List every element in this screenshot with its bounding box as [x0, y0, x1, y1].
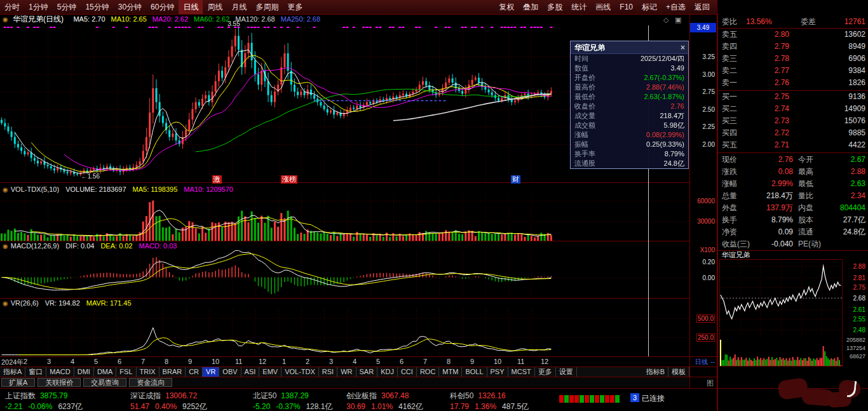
menu-item[interactable]: 标记	[637, 0, 661, 15]
indicator-tab[interactable]: WR	[337, 367, 356, 377]
heat-cell	[559, 395, 564, 403]
index-quote[interactable]: 创业板指3067.4830.691.01%4162亿	[346, 391, 429, 411]
popup-row: 开盘价2.67(-0.37%)	[571, 73, 688, 83]
bid-volume: 15076	[815, 115, 865, 127]
heat-cell	[585, 395, 589, 403]
menu-item[interactable]: 叠加	[519, 0, 543, 15]
ask-volume: 8949	[815, 41, 865, 53]
indicator-tab[interactable]: 指标A	[0, 367, 25, 377]
indicator-tab[interactable]: CCI	[398, 367, 417, 377]
quote-row[interactable]: 委比13.56%委差12761	[719, 16, 867, 28]
menu-item[interactable]: 5分钟	[53, 0, 81, 15]
volume-chart-canvas[interactable]	[0, 196, 689, 241]
axis-tick: 日线	[695, 358, 708, 365]
indicator-tab[interactable]: ASI	[241, 367, 260, 377]
menu-item[interactable]: 月线	[227, 0, 251, 15]
index-quote[interactable]: 北证501387.29-5.20-0.37%128.1亿	[253, 391, 338, 411]
quote-row[interactable]: 卖四2.798949	[719, 41, 867, 53]
quote-row[interactable]: 收益(三)-0.040PE(动)	[719, 238, 867, 250]
indicator-tab[interactable]: 窗口	[25, 367, 46, 377]
menu-item[interactable]: F10	[615, 1, 637, 13]
quote-row[interactable]: 现价2.76今开2.67	[719, 154, 867, 166]
quote-row[interactable]: 买四2.729885	[719, 127, 867, 139]
indicator-tab[interactable]: MCST	[508, 367, 535, 377]
indicator-tab[interactable]: SAR	[356, 367, 378, 377]
indicator-tab[interactable]: VOL-TDX	[281, 367, 319, 377]
menu-item[interactable]: +自选	[661, 0, 690, 15]
indicator-tab[interactable]: ROC	[417, 367, 439, 377]
event-marker[interactable]: 涨榜	[281, 175, 297, 184]
indicator-tab[interactable]: CR	[186, 367, 203, 377]
quote-row[interactable]: 涨跌0.08最高2.88	[719, 166, 867, 178]
quote-row[interactable]: 外盘137.9万内盘804404	[719, 202, 867, 214]
menu-item[interactable]: 30分钟	[114, 0, 146, 15]
quote-row[interactable]: 卖三2.786906	[719, 53, 867, 65]
menu-item[interactable]: 日线	[179, 0, 203, 15]
quote-row[interactable]: 买三2.7315076	[719, 115, 867, 127]
price-axis-column: 3.253.002.752.502.252.006000030000X1000.…	[690, 14, 717, 389]
indicator-tab[interactable]: RSI	[319, 367, 337, 377]
indicator-tab[interactable]: OBV	[219, 367, 241, 377]
index-quote[interactable]: 科创501326.1617.791.36%487.5亿	[450, 391, 534, 411]
menu-item[interactable]: 更多	[283, 0, 307, 15]
indicator-tab[interactable]: TRIX	[137, 367, 159, 377]
mini-chart-canvas[interactable]	[720, 260, 842, 366]
indicator-tab[interactable]: MACD	[46, 367, 74, 377]
indicator-tab-right[interactable]: 指标B	[643, 367, 668, 377]
indicator-tab[interactable]: 设置	[556, 367, 577, 377]
quote-row[interactable]: 卖一2.761826	[719, 77, 867, 89]
indicator-tab[interactable]: PSY	[487, 367, 508, 377]
index-quote[interactable]: 上证指数3875.79-2.21-0.06%6237亿	[5, 391, 88, 411]
indicator-tab[interactable]: VR	[203, 367, 219, 377]
indicator-tab[interactable]: DMI	[74, 367, 94, 377]
quote-row[interactable]: 买二2.7414909	[719, 103, 867, 115]
snapshot-icon[interactable]: ▣	[675, 16, 681, 24]
indicator-tab[interactable]: MTM	[439, 367, 462, 377]
indicator-tab[interactable]: KDJ	[377, 367, 398, 377]
indicator-tab[interactable]: FSL	[116, 367, 136, 377]
indicator-tab[interactable]: BOLL	[462, 367, 487, 377]
heat-cell	[610, 395, 614, 403]
popup-row-value: 2.76	[671, 102, 684, 111]
menu-item[interactable]: 分时	[0, 0, 24, 15]
menu-item[interactable]: 复权	[494, 0, 519, 15]
menu-item[interactable]: 统计	[567, 0, 591, 15]
axis-tick: 2.50	[703, 106, 715, 113]
quote-row[interactable]: 净资0.09流通24.8亿	[719, 226, 867, 238]
event-marker[interactable]: 财	[511, 175, 520, 184]
menu-item[interactable]: 周线	[203, 0, 227, 15]
indicator-tab-right[interactable]: 模板	[668, 367, 689, 377]
bid-price: 2.73	[745, 115, 789, 127]
index-amount: 6237亿	[58, 402, 83, 411]
quote-row[interactable]: 涨幅2.99%最低2.63	[719, 178, 867, 190]
menu-item[interactable]: 1分钟	[24, 0, 53, 15]
menu-item[interactable]: 多股	[543, 0, 567, 15]
bottom-tab[interactable]: 交易查询	[83, 378, 126, 387]
menu-item[interactable]: 15分钟	[81, 0, 113, 15]
quote-row[interactable]: 总量218.4万量比2.34	[719, 190, 867, 202]
quote-row[interactable]: 买五2.714422	[719, 139, 867, 151]
diamond-icon[interactable]: ◇	[663, 16, 668, 24]
menu-item[interactable]: 画线	[591, 0, 615, 15]
bottom-tab[interactable]: 扩展A	[1, 378, 35, 387]
vr-chart-canvas[interactable]	[0, 309, 689, 356]
macd-chart-canvas[interactable]	[0, 250, 689, 298]
indicator-tab[interactable]: 更多	[535, 367, 556, 377]
index-quote[interactable]: 深证成指13006.7251.470.40%9252亿	[130, 391, 213, 411]
quote-row[interactable]: 换手8.79%股本27.7亿	[719, 214, 867, 226]
menu-item[interactable]: 多周期	[251, 0, 283, 15]
menu-item[interactable]: 60分钟	[146, 0, 179, 15]
close-icon[interactable]: ×	[681, 41, 685, 54]
indicator-tab[interactable]: BRAR	[159, 367, 186, 377]
quote-row[interactable]: 买一2.759136	[719, 91, 867, 103]
indicator-tab[interactable]: EMV	[259, 367, 281, 377]
menu-item[interactable]: 返回	[690, 0, 714, 15]
quote-row[interactable]: 卖五2.8013602	[719, 29, 867, 41]
indicator-tab[interactable]: DMA	[94, 367, 116, 377]
bid-label: 买一	[722, 91, 737, 103]
bottom-tab[interactable]: 关联报价	[37, 378, 81, 387]
bottom-tab[interactable]: 资金流向	[129, 378, 172, 387]
event-marker[interactable]: 激	[212, 175, 222, 184]
quote-row[interactable]: 卖二2.779384	[719, 65, 867, 77]
popup-row-value: 0.25(9.33%)	[646, 140, 684, 149]
